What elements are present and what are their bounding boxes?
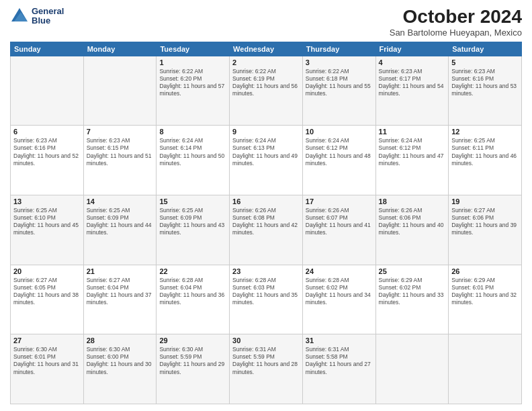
day-info: Sunrise: 6:31 AM Sunset: 5:59 PM Dayligh… [232,346,300,375]
day-number: 24 [306,267,373,275]
table-row: 2Sunrise: 6:22 AM Sunset: 6:19 PM Daylig… [230,56,303,126]
day-info: Sunrise: 6:24 AM Sunset: 6:12 PM Dayligh… [306,137,373,167]
calendar-table: Sunday Monday Tuesday Wednesday Thursday… [10,42,522,404]
day-info: Sunrise: 6:27 AM Sunset: 6:04 PM Dayligh… [87,277,154,306]
title-block: October 2024 San Bartolome Hueyapan, Mex… [390,7,522,38]
day-number: 23 [232,267,300,275]
page: General Blue October 2024 San Bartolome … [0,0,532,411]
table-row: 25Sunrise: 6:29 AM Sunset: 6:02 PM Dayli… [375,265,449,334]
day-number: 14 [87,197,154,205]
day-info: Sunrise: 6:28 AM Sunset: 6:04 PM Dayligh… [159,277,226,306]
calendar-week-row: 27Sunrise: 6:30 AM Sunset: 6:01 PM Dayli… [11,334,522,404]
day-number: 25 [379,267,446,275]
table-row: 12Sunrise: 6:25 AM Sunset: 6:11 PM Dayli… [449,126,522,195]
logo-icon [10,7,29,26]
table-row: 16Sunrise: 6:26 AM Sunset: 6:08 PM Dayli… [230,195,303,265]
calendar-header-row: Sunday Monday Tuesday Wednesday Thursday… [11,42,522,56]
table-row: 3Sunrise: 6:22 AM Sunset: 6:18 PM Daylig… [302,56,375,126]
day-info: Sunrise: 6:22 AM Sunset: 6:18 PM Dayligh… [306,68,373,97]
table-row: 4Sunrise: 6:23 AM Sunset: 6:17 PM Daylig… [375,56,449,126]
table-row: 5Sunrise: 6:23 AM Sunset: 6:16 PM Daylig… [449,56,522,126]
calendar-week-row: 1Sunrise: 6:22 AM Sunset: 6:20 PM Daylig… [11,56,522,126]
day-number: 16 [232,197,300,205]
table-row: 31Sunrise: 6:31 AM Sunset: 5:58 PM Dayli… [302,334,375,404]
day-info: Sunrise: 6:29 AM Sunset: 6:01 PM Dayligh… [451,277,519,306]
day-number: 19 [451,197,519,205]
calendar-week-row: 6Sunrise: 6:23 AM Sunset: 6:16 PM Daylig… [11,126,522,195]
table-row: 27Sunrise: 6:30 AM Sunset: 6:01 PM Dayli… [11,334,84,404]
day-info: Sunrise: 6:23 AM Sunset: 6:17 PM Dayligh… [379,68,446,97]
day-number: 5 [451,58,519,66]
table-row [375,334,449,404]
table-row: 11Sunrise: 6:24 AM Sunset: 6:12 PM Dayli… [375,126,449,195]
day-number: 13 [13,197,81,205]
day-info: Sunrise: 6:24 AM Sunset: 6:14 PM Dayligh… [159,137,226,167]
table-row: 24Sunrise: 6:28 AM Sunset: 6:02 PM Dayli… [302,265,375,334]
day-info: Sunrise: 6:28 AM Sunset: 6:02 PM Dayligh… [306,277,373,306]
col-sunday: Sunday [11,42,84,56]
table-row: 13Sunrise: 6:25 AM Sunset: 6:10 PM Dayli… [11,195,84,265]
table-row [83,56,157,126]
col-friday: Friday [375,42,449,56]
day-number: 21 [87,267,154,275]
day-info: Sunrise: 6:26 AM Sunset: 6:07 PM Dayligh… [306,207,373,236]
table-row: 19Sunrise: 6:27 AM Sunset: 6:06 PM Dayli… [449,195,522,265]
day-info: Sunrise: 6:25 AM Sunset: 6:11 PM Dayligh… [451,137,519,167]
day-info: Sunrise: 6:23 AM Sunset: 6:16 PM Dayligh… [13,137,81,167]
table-row: 26Sunrise: 6:29 AM Sunset: 6:01 PM Dayli… [449,265,522,334]
day-number: 27 [13,336,81,345]
day-number: 15 [159,197,226,205]
day-number: 8 [159,128,226,136]
table-row: 7Sunrise: 6:23 AM Sunset: 6:15 PM Daylig… [83,126,157,195]
day-info: Sunrise: 6:23 AM Sunset: 6:16 PM Dayligh… [451,68,519,97]
col-wednesday: Wednesday [230,42,303,56]
day-info: Sunrise: 6:27 AM Sunset: 6:06 PM Dayligh… [451,207,519,236]
day-info: Sunrise: 6:22 AM Sunset: 6:19 PM Dayligh… [232,68,300,97]
day-number: 9 [232,128,300,136]
table-row: 29Sunrise: 6:30 AM Sunset: 5:59 PM Dayli… [157,334,230,404]
day-number: 3 [306,58,373,66]
day-number: 30 [232,336,300,345]
day-number: 22 [159,267,226,275]
day-info: Sunrise: 6:25 AM Sunset: 6:10 PM Dayligh… [13,207,81,236]
day-info: Sunrise: 6:26 AM Sunset: 6:06 PM Dayligh… [379,207,446,236]
col-saturday: Saturday [449,42,522,56]
table-row [11,56,84,126]
day-info: Sunrise: 6:30 AM Sunset: 5:59 PM Dayligh… [159,346,226,375]
table-row: 14Sunrise: 6:25 AM Sunset: 6:09 PM Dayli… [83,195,157,265]
day-info: Sunrise: 6:26 AM Sunset: 6:08 PM Dayligh… [232,207,300,236]
day-number: 10 [306,128,373,136]
day-info: Sunrise: 6:31 AM Sunset: 5:58 PM Dayligh… [306,346,373,375]
day-info: Sunrise: 6:24 AM Sunset: 6:12 PM Dayligh… [379,137,446,167]
month-title: October 2024 [390,7,522,28]
day-number: 12 [451,128,519,136]
table-row: 1Sunrise: 6:22 AM Sunset: 6:20 PM Daylig… [157,56,230,126]
day-info: Sunrise: 6:30 AM Sunset: 6:00 PM Dayligh… [87,346,154,375]
table-row: 10Sunrise: 6:24 AM Sunset: 6:12 PM Dayli… [302,126,375,195]
day-info: Sunrise: 6:28 AM Sunset: 6:03 PM Dayligh… [232,277,300,306]
table-row: 15Sunrise: 6:25 AM Sunset: 6:09 PM Dayli… [157,195,230,265]
col-thursday: Thursday [302,42,375,56]
table-row [449,334,522,404]
day-info: Sunrise: 6:27 AM Sunset: 6:05 PM Dayligh… [13,277,81,306]
table-row: 28Sunrise: 6:30 AM Sunset: 6:00 PM Dayli… [83,334,157,404]
day-number: 1 [159,58,226,66]
day-number: 20 [13,267,81,275]
table-row: 9Sunrise: 6:24 AM Sunset: 6:13 PM Daylig… [230,126,303,195]
calendar-week-row: 20Sunrise: 6:27 AM Sunset: 6:05 PM Dayli… [11,265,522,334]
day-number: 29 [159,336,226,345]
day-number: 18 [379,197,446,205]
day-info: Sunrise: 6:30 AM Sunset: 6:01 PM Dayligh… [13,346,81,375]
col-tuesday: Tuesday [157,42,230,56]
table-row: 22Sunrise: 6:28 AM Sunset: 6:04 PM Dayli… [157,265,230,334]
day-info: Sunrise: 6:25 AM Sunset: 6:09 PM Dayligh… [159,207,226,236]
day-number: 31 [306,336,373,345]
day-number: 7 [87,128,154,136]
day-info: Sunrise: 6:24 AM Sunset: 6:13 PM Dayligh… [232,137,300,167]
header: General Blue October 2024 San Bartolome … [10,7,522,38]
table-row: 17Sunrise: 6:26 AM Sunset: 6:07 PM Dayli… [302,195,375,265]
day-number: 6 [13,128,81,136]
table-row: 8Sunrise: 6:24 AM Sunset: 6:14 PM Daylig… [157,126,230,195]
logo: General Blue [10,7,64,26]
day-info: Sunrise: 6:29 AM Sunset: 6:02 PM Dayligh… [379,277,446,306]
